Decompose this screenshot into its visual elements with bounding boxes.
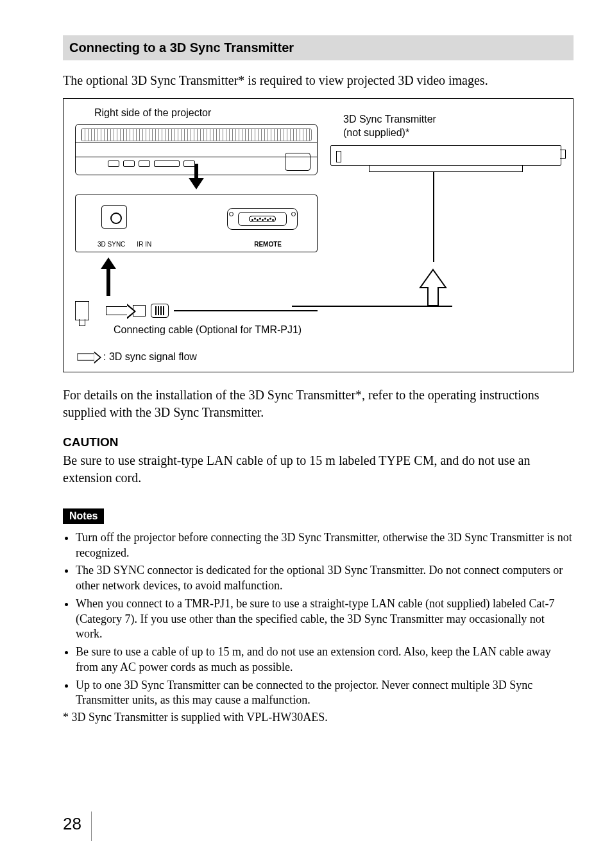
post-diagram-text: For details on the installation of the 3… — [63, 386, 574, 421]
transmitter-illustration — [330, 145, 561, 166]
legend-arrow-icon — [77, 353, 94, 360]
lan-plug-icon — [75, 301, 89, 320]
note-item: When you connect to a TMR-PJ1, be sure t… — [76, 596, 574, 642]
dsub-port-icon — [227, 208, 298, 230]
notes-list: Turn off the projector before connecting… — [63, 530, 574, 708]
signal-flow-arrow-icon — [106, 306, 128, 315]
intro-text: The optional 3D Sync Transmitter* is req… — [63, 72, 574, 89]
note-item: Turn off the projector before connecting… — [76, 530, 574, 561]
note-item: Up to one 3D Sync Transmitter can be con… — [76, 678, 574, 709]
connection-diagram: Right side of the projector 3D SYNC IR I… — [63, 98, 574, 372]
cable-illustration — [75, 301, 318, 320]
arrow-up-icon — [101, 257, 116, 269]
transmitter-label-line2: (not supplied)* — [343, 127, 409, 138]
port-label-remote: REMOTE — [254, 241, 282, 248]
note-item: Be sure to use a cable of up to 15 m, an… — [76, 645, 574, 675]
notes-badge: Notes — [63, 508, 104, 524]
section-heading: Connecting to a 3D Sync Transmitter — [63, 35, 574, 60]
port-label-irin: IR IN — [137, 241, 151, 248]
port-label-3dsync: 3D SYNC — [98, 241, 125, 248]
arrow-down-icon — [189, 178, 204, 189]
projector-side-label: Right side of the projector — [94, 107, 318, 120]
caution-body: Be sure to use straight-type LAN cable o… — [63, 452, 574, 487]
caution-heading: CAUTION — [63, 435, 574, 449]
legend-text: : 3D sync signal flow — [103, 351, 197, 363]
cable-caption: Connecting cable (Optional for TMR-PJ1) — [114, 324, 318, 336]
rj45-port-icon — [101, 205, 127, 229]
transmitter-label-line1: 3D Sync Transmitter — [343, 114, 436, 125]
large-up-arrow-icon — [414, 268, 452, 307]
page-number: 28 — [63, 814, 574, 834]
transmitter-base — [369, 166, 523, 172]
ferrite-core-icon — [151, 304, 169, 318]
port-panel-illustration: 3D SYNC IR IN REMOTE — [75, 195, 318, 252]
note-item: The 3D SYNC connector is dedicated for t… — [76, 563, 574, 594]
footnote: * 3D Sync Transmitter is supplied with V… — [63, 711, 574, 724]
transmitter-cable-vertical — [433, 172, 434, 262]
